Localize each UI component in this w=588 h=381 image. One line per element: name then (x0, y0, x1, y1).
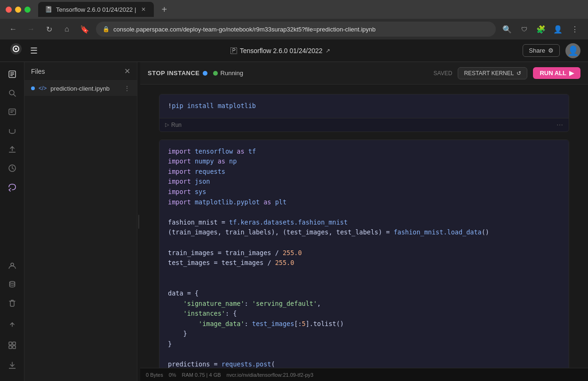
new-tab-button[interactable]: + (158, 3, 171, 16)
running-label: Running (221, 70, 243, 77)
file-item[interactable]: </> prediction-client.ipynb ⋮ (24, 81, 137, 96)
status-bar: 0 Bytes 0% RAM 0.75 | 4 GB nvcr.io/nvidi… (140, 368, 588, 381)
file-code-icon: </> (39, 85, 47, 92)
running-badge: Running (213, 70, 243, 77)
svg-point-2 (15, 48, 17, 50)
restart-kernel-button[interactable]: RESTART KERNEL ↺ (458, 67, 527, 79)
notebook-toolbar: STOP INSTANCE Running SAVED RESTART KERN… (140, 62, 588, 85)
sidebar-item-search[interactable] (4, 85, 21, 101)
stop-instance-button[interactable]: STOP INSTANCE (148, 70, 207, 77)
back-button[interactable]: ← (7, 23, 20, 36)
sidebar-item-database[interactable] (4, 122, 21, 139)
run-all-icon: ▶ (569, 70, 574, 77)
percent-status: 0% (169, 372, 176, 378)
sidebar-item-upload2[interactable] (4, 317, 21, 334)
notebook-title: 🇵 Tensorflow 2.6.0 01/24/2022 ↗ (230, 47, 330, 54)
menu-button[interactable]: ⋮ (568, 23, 581, 36)
file-name: prediction-client.ipynb (50, 85, 120, 92)
sidebar-item-clock[interactable] (4, 160, 21, 177)
sidebar-item-files[interactable] (4, 66, 21, 83)
running-status-dot (213, 71, 218, 76)
share-button[interactable]: Share ⚙ (523, 44, 560, 57)
run-all-label: RUN ALL (540, 70, 566, 77)
svg-line-8 (14, 94, 16, 96)
traffic-light-red[interactable] (6, 7, 12, 13)
saved-label: SAVED (434, 70, 453, 77)
svg-rect-17 (9, 342, 12, 345)
run-label: Run (171, 122, 182, 128)
cell-1-options[interactable]: ⋯ (556, 121, 563, 129)
file-status-dot (31, 86, 35, 90)
cell-1-toolbar: ▷ Run ⋯ (159, 118, 569, 132)
svg-rect-20 (13, 346, 16, 349)
svg-point-15 (11, 263, 14, 266)
bookmark-button[interactable]: 🔖 (78, 23, 91, 36)
hamburger-menu[interactable]: ☰ (30, 46, 38, 56)
address-bar[interactable]: 🔒 console.paperspace.com/deploy-team-go/… (96, 22, 496, 37)
notebook-content[interactable]: !pip install matplotlib ▷ Run ⋯ import t… (140, 85, 588, 368)
sidebar-item-upload[interactable] (4, 141, 21, 158)
cell-1-run-button[interactable]: ▷ Run (165, 122, 182, 128)
svg-rect-18 (13, 342, 16, 345)
refresh-button[interactable]: ↻ (42, 23, 56, 36)
external-link-icon[interactable]: ↗ (326, 47, 330, 54)
tab-favicon: 📓 (45, 6, 52, 13)
url-text: console.paperspace.com/deploy-team-go/no… (113, 26, 376, 33)
user-avatar[interactable]: 👤 (565, 43, 580, 58)
stop-dot (203, 71, 207, 76)
files-panel-title: Files (31, 68, 45, 75)
files-panel: Files ✕ </> prediction-client.ipynb ⋮ (24, 62, 137, 381)
files-panel-close[interactable]: ✕ (124, 67, 130, 76)
sidebar-item-database2[interactable] (4, 276, 21, 293)
traffic-light-green[interactable] (24, 7, 31, 13)
run-icon: ▷ (165, 122, 169, 128)
sidebar-item-team[interactable] (4, 257, 21, 274)
stop-instance-label: STOP INSTANCE (148, 70, 200, 77)
share-label: Share (529, 47, 545, 54)
restart-icon: ↺ (516, 70, 521, 77)
sidebar-item-loop[interactable] (4, 179, 21, 195)
shield-icon[interactable]: 🛡 (517, 23, 531, 36)
sidebar-item-download[interactable] (4, 357, 21, 373)
svg-rect-9 (9, 109, 16, 115)
extensions-button[interactable]: 🧩 (534, 23, 548, 36)
restart-kernel-label: RESTART KERNEL (464, 70, 514, 77)
top-bar: ☰ 🇵 Tensorflow 2.6.0 01/24/2022 ↗ Share … (0, 39, 588, 62)
sidebar-icons (0, 62, 24, 381)
container-status: nvcr.io/nvidia/tensorflow:21.09-tf2-py3 (227, 372, 314, 378)
cell-1-input[interactable]: !pip install matplotlib (159, 94, 569, 118)
search-button[interactable]: 🔍 (501, 23, 514, 36)
svg-rect-19 (9, 346, 12, 349)
cell-2[interactable]: import tensorflow as tf import numpy as … (159, 140, 569, 368)
sidebar-item-trash[interactable] (4, 295, 21, 311)
tab-title: Tensorflow 2.6.0 01/24/2022 | (56, 6, 136, 13)
ram-status: RAM 0.75 | 4 GB (182, 372, 221, 378)
profile-button[interactable]: 👤 (551, 23, 564, 36)
app-logo (8, 40, 24, 57)
sidebar-item-layout[interactable] (4, 337, 21, 354)
bytes-status: 0 Bytes (146, 372, 163, 378)
notebook-area: STOP INSTANCE Running SAVED RESTART KERN… (140, 62, 588, 381)
sidebar-item-history[interactable] (4, 103, 21, 120)
forward-button[interactable]: → (24, 23, 38, 36)
cell-2-input[interactable]: import tensorflow as tf import numpy as … (159, 140, 569, 368)
run-all-button[interactable]: RUN ALL ▶ (533, 67, 580, 79)
ssl-lock-icon: 🔒 (103, 26, 110, 32)
traffic-light-yellow[interactable] (15, 7, 21, 13)
share-icon: ⚙ (548, 47, 554, 54)
home-button[interactable]: ⌂ (60, 23, 73, 36)
browser-tab[interactable]: 📓 Tensorflow 2.6.0 01/24/2022 | ✕ (38, 2, 154, 17)
tab-close-button[interactable]: ✕ (140, 6, 147, 13)
svg-point-16 (9, 281, 15, 283)
file-options-button[interactable]: ⋮ (124, 85, 130, 92)
cell-1[interactable]: !pip install matplotlib ▷ Run ⋯ (159, 94, 569, 132)
